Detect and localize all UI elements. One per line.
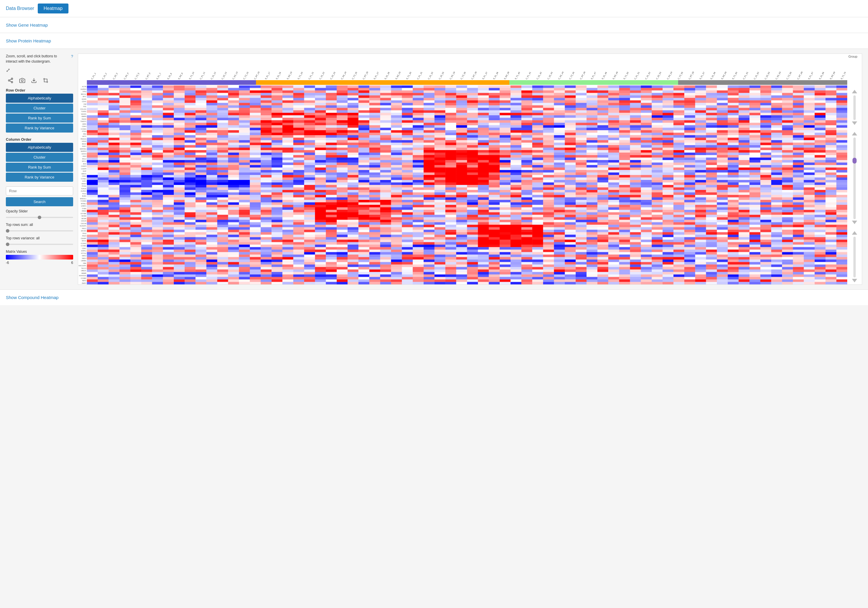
download-icon[interactable] <box>29 76 39 85</box>
svg-text:S_31_8: S_31_8 <box>167 73 172 80</box>
scroll-arrow-up-1[interactable] <box>852 90 857 94</box>
gene-heatmap-section[interactable]: Show Gene Heatmap <box>0 17 868 33</box>
row-label: CDC20 <box>78 220 87 222</box>
protein-heatmap-link[interactable]: Show Protein Heatmap <box>6 38 51 43</box>
row-label: PLK1 <box>78 192 87 195</box>
compound-heatmap-section[interactable]: Show Compound Heatmap <box>0 289 868 305</box>
row-label: CCND1 <box>78 128 87 130</box>
svg-point-5 <box>21 80 23 82</box>
gene-heatmap-link[interactable]: Show Gene Heatmap <box>6 23 48 28</box>
group-bar <box>87 80 847 85</box>
svg-text:S_FL_17: S_FL_17 <box>265 71 271 80</box>
row-label: PCNA <box>78 185 87 188</box>
col-cluster-btn[interactable]: Cluster <box>6 153 73 162</box>
row-label: PBK <box>78 262 87 265</box>
svg-text:C_31_52: C_31_52 <box>645 71 651 80</box>
row-label: MAP2K1 <box>78 148 87 150</box>
svg-text:C_32_23: C_32_23 <box>330 71 336 80</box>
scroll-arrow-up-3[interactable] <box>852 231 857 236</box>
row-label: PTEN <box>78 130 87 133</box>
row-label: XIAP <box>78 170 87 173</box>
right-spacer: Group <box>847 54 862 80</box>
svg-text:C_32_53: C_32_53 <box>656 71 662 80</box>
color-bar <box>6 255 73 259</box>
row-label: MYBL2 <box>78 202 87 205</box>
help-icon[interactable]: ? <box>71 54 73 59</box>
row-label: CCNA2 <box>78 242 87 245</box>
row-label: CASP3 <box>78 165 87 168</box>
svg-text:S_T1_50: S_T1_50 <box>623 71 629 80</box>
svg-text:C_32_33: C_32_33 <box>438 71 444 80</box>
heatmap-canvas[interactable] <box>87 85 847 284</box>
row-label: BRCA1 <box>78 93 87 96</box>
row-label: PIK3CA <box>78 138 87 140</box>
scroll-track-2[interactable] <box>853 138 856 219</box>
svg-text:C_FL_21: C_FL_21 <box>308 71 314 80</box>
row-label: ACTB <box>78 85 87 88</box>
search-input[interactable] <box>6 186 73 195</box>
svg-text:C_32_3: C_32_3 <box>113 73 118 80</box>
row-label: RAF1 <box>78 145 87 148</box>
svg-text:C_T2_45: C_T2_45 <box>569 71 575 80</box>
heatmap-button[interactable]: Heatmap <box>38 3 68 14</box>
expand-icon[interactable]: ⤢ <box>6 67 73 73</box>
camera-icon[interactable] <box>17 76 27 85</box>
scroll-arrow-down-2[interactable] <box>852 220 857 225</box>
search-button[interactable]: Search <box>6 197 73 206</box>
svg-text:S_31_38: S_31_38 <box>493 72 499 80</box>
row-label: UHRF1 <box>78 205 87 208</box>
column-order-label: Column Order <box>6 137 73 142</box>
row-label: BRAF <box>78 143 87 146</box>
scroll-arrow-down-3[interactable] <box>852 279 857 283</box>
svg-text:C_31_32: C_31_32 <box>428 71 434 80</box>
row-cluster-btn[interactable]: Cluster <box>6 104 73 113</box>
row-label: CCNB2 <box>78 277 87 280</box>
row-label: CASP9 <box>78 168 87 170</box>
row-alphabetically-btn[interactable]: Alphabetically <box>6 94 73 103</box>
group-bar-row <box>78 80 862 85</box>
svg-text:C_T2_25: C_T2_25 <box>351 71 358 80</box>
scroll-arrow-up-2[interactable] <box>852 132 857 136</box>
scroll-arrow-down-1[interactable] <box>852 121 857 126</box>
row-label: SNAI1 <box>78 118 87 121</box>
top-rows-sum-slider[interactable] <box>6 230 73 231</box>
heatmap-container[interactable]: C_FL_1C_31_2C_32_3C_N1_4C_T2_5C_RT_6S_FL… <box>78 54 862 285</box>
svg-text:S_N2_59: S_N2_59 <box>721 71 727 80</box>
row-label: RB1 <box>78 133 87 135</box>
group-label: Group <box>847 55 857 58</box>
svg-text:S_T1_40: S_T1_40 <box>514 71 521 80</box>
row-rank-variance-btn[interactable]: Rank by Variance <box>6 124 73 133</box>
compound-heatmap-link[interactable]: Show Compound Heatmap <box>6 295 59 300</box>
row-label: BCL2 <box>78 158 87 160</box>
row-label: BMP4 <box>78 282 87 285</box>
protein-heatmap-section[interactable]: Show Protein Heatmap <box>0 33 868 49</box>
svg-text:C_N1_64: C_N1_64 <box>775 71 781 80</box>
row-order-section: Row Order Alphabetically Cluster Rank by… <box>6 88 73 133</box>
opacity-slider[interactable] <box>6 217 73 218</box>
data-browser-link[interactable]: Data Browser <box>6 6 34 11</box>
heatmap-grid[interactable] <box>87 85 847 284</box>
svg-text:S_FL_57: S_FL_57 <box>699 71 705 80</box>
svg-text:S_31_68: S_31_68 <box>818 72 825 80</box>
col-rank-variance-btn[interactable]: Rank by Variance <box>6 173 73 182</box>
row-label: AURKA <box>78 190 87 192</box>
crop-icon[interactable] <box>41 76 50 85</box>
share-icon[interactable] <box>6 76 15 85</box>
svg-text:C_T2_5: C_T2_5 <box>134 72 140 80</box>
col-alphabetically-btn[interactable]: Alphabetically <box>6 143 73 152</box>
row-label: STAT3 <box>78 153 87 155</box>
svg-text:C_N1_54: C_N1_54 <box>666 71 673 80</box>
row-label: CDK4 <box>78 125 87 128</box>
row-label: FN1 <box>78 105 87 108</box>
row-label: MCM6 <box>78 217 87 220</box>
row-label: VIM <box>78 103 87 105</box>
scroll-track-3[interactable] <box>853 237 856 278</box>
top-rows-variance-slider[interactable] <box>6 244 73 245</box>
col-rank-sum-btn[interactable]: Rank by Sum <box>6 163 73 172</box>
row-rank-sum-btn[interactable]: Rank by Sum <box>6 113 73 123</box>
group-seg-3 <box>509 80 679 85</box>
scroll-track-1[interactable] <box>853 95 856 120</box>
svg-text:S_T1_70: S_T1_70 <box>840 71 846 80</box>
row-label: BUB1 <box>78 195 87 197</box>
svg-text:C_T2_35: C_T2_35 <box>460 71 467 80</box>
